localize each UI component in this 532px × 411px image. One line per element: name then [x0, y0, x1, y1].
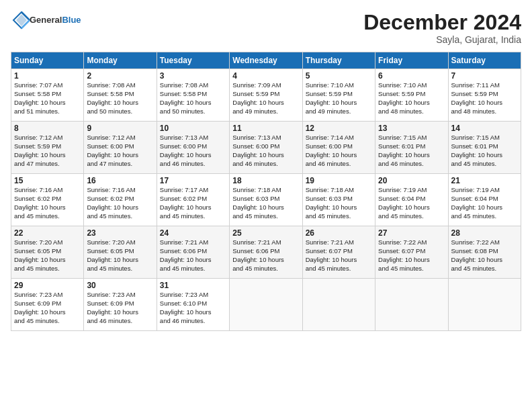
- calendar-table: SundayMondayTuesdayWednesdayThursdayFrid…: [11, 52, 521, 331]
- calendar-cell: 15Sunrise: 7:16 AMSunset: 6:02 PMDayligh…: [11, 174, 84, 226]
- cell-text: Daylight: 10 hours: [306, 151, 372, 160]
- cell-text: Sunset: 6:05 PM: [14, 247, 81, 256]
- cell-text: Daylight: 10 hours: [14, 256, 81, 265]
- column-header-thursday: Thursday: [302, 52, 375, 69]
- calendar-cell: [302, 279, 375, 331]
- calendar-cell: 16Sunrise: 7:16 AMSunset: 6:02 PMDayligh…: [84, 174, 157, 226]
- cell-text: Sunrise: 7:10 AM: [306, 81, 372, 90]
- cell-text: and 45 minutes.: [451, 265, 518, 273]
- cell-text: Sunrise: 7:22 AM: [378, 238, 445, 247]
- calendar-header-row: SundayMondayTuesdayWednesdayThursdayFrid…: [11, 52, 521, 69]
- calendar-cell: 19Sunrise: 7:18 AMSunset: 6:03 PMDayligh…: [302, 174, 375, 226]
- day-number: 25: [232, 228, 299, 238]
- calendar-cell: 9Sunrise: 7:12 AMSunset: 6:00 PMDaylight…: [84, 122, 157, 174]
- cell-text: and 47 minutes.: [14, 160, 81, 169]
- calendar-cell: 4Sunrise: 7:09 AMSunset: 5:59 PMDaylight…: [230, 69, 302, 122]
- cell-text: Sunset: 6:03 PM: [232, 195, 299, 203]
- cell-text: Sunset: 6:03 PM: [306, 195, 372, 203]
- cell-text: Sunset: 6:04 PM: [451, 195, 518, 203]
- calendar-cell: 31Sunrise: 7:23 AMSunset: 6:10 PMDayligh…: [157, 279, 229, 331]
- day-number: 5: [306, 71, 372, 81]
- calendar-cell: 30Sunrise: 7:23 AMSunset: 6:09 PMDayligh…: [84, 279, 157, 331]
- cell-text: Sunrise: 7:16 AM: [14, 186, 81, 195]
- calendar-cell: 17Sunrise: 7:17 AMSunset: 6:02 PMDayligh…: [157, 174, 229, 226]
- cell-text: and 45 minutes.: [378, 265, 445, 273]
- day-number: 23: [87, 228, 153, 238]
- calendar-cell: 8Sunrise: 7:12 AMSunset: 5:59 PMDaylight…: [11, 122, 84, 174]
- cell-text: Sunset: 6:00 PM: [306, 142, 372, 151]
- cell-text: Daylight: 10 hours: [87, 203, 153, 212]
- cell-text: Sunset: 5:59 PM: [306, 90, 372, 99]
- cell-text: and 45 minutes.: [14, 212, 81, 221]
- cell-text: Sunrise: 7:18 AM: [306, 186, 372, 195]
- logo-blue: Blue: [62, 15, 81, 25]
- calendar-cell: 28Sunrise: 7:22 AMSunset: 6:08 PMDayligh…: [448, 226, 521, 279]
- cell-text: Sunset: 5:59 PM: [14, 142, 81, 151]
- cell-text: Sunrise: 7:20 AM: [87, 238, 153, 247]
- cell-text: Sunrise: 7:11 AM: [451, 81, 518, 90]
- cell-text: Daylight: 10 hours: [378, 151, 445, 160]
- cell-text: Daylight: 10 hours: [451, 203, 518, 212]
- day-number: 18: [232, 176, 299, 185]
- cell-text: Sunset: 5:58 PM: [87, 90, 153, 99]
- cell-text: Daylight: 10 hours: [451, 151, 518, 160]
- calendar-cell: [230, 279, 302, 331]
- calendar-week-row: 15Sunrise: 7:16 AMSunset: 6:02 PMDayligh…: [11, 174, 521, 226]
- calendar-cell: 2Sunrise: 7:08 AMSunset: 5:58 PMDaylight…: [84, 69, 157, 122]
- calendar-cell: 7Sunrise: 7:11 AMSunset: 5:59 PMDaylight…: [448, 69, 521, 122]
- cell-text: and 45 minutes.: [160, 265, 226, 273]
- calendar-cell: [448, 279, 521, 331]
- day-number: 3: [160, 71, 226, 81]
- cell-text: Sunrise: 7:07 AM: [14, 81, 81, 90]
- cell-text: Daylight: 10 hours: [160, 99, 226, 107]
- cell-text: Daylight: 10 hours: [232, 99, 299, 107]
- cell-text: Sunrise: 7:12 AM: [14, 134, 81, 142]
- calendar-week-row: 1Sunrise: 7:07 AMSunset: 5:58 PMDaylight…: [11, 69, 521, 122]
- cell-text: Sunrise: 7:18 AM: [232, 186, 299, 195]
- day-number: 2: [87, 71, 153, 81]
- cell-text: Daylight: 10 hours: [451, 99, 518, 107]
- day-number: 20: [378, 176, 445, 185]
- calendar-cell: 25Sunrise: 7:21 AMSunset: 6:06 PMDayligh…: [230, 226, 302, 279]
- cell-text: Sunrise: 7:14 AM: [306, 134, 372, 142]
- cell-text: Sunrise: 7:21 AM: [306, 238, 372, 247]
- cell-text: and 45 minutes.: [232, 212, 299, 221]
- day-number: 16: [87, 176, 153, 185]
- cell-text: Daylight: 10 hours: [14, 203, 81, 212]
- calendar-cell: 23Sunrise: 7:20 AMSunset: 6:05 PMDayligh…: [84, 226, 157, 279]
- day-number: 26: [306, 228, 372, 238]
- day-number: 9: [87, 124, 153, 133]
- cell-text: Sunset: 5:59 PM: [378, 90, 445, 99]
- cell-text: Daylight: 10 hours: [378, 99, 445, 107]
- cell-text: and 45 minutes.: [160, 212, 226, 221]
- cell-text: Sunset: 6:04 PM: [378, 195, 445, 203]
- cell-text: and 48 minutes.: [451, 107, 518, 116]
- cell-text: Sunset: 6:06 PM: [232, 247, 299, 256]
- cell-text: Sunrise: 7:13 AM: [232, 134, 299, 142]
- cell-text: Sunset: 6:10 PM: [160, 300, 226, 308]
- month-title: December 2024: [363, 11, 521, 34]
- calendar-cell: 3Sunrise: 7:08 AMSunset: 5:58 PMDaylight…: [157, 69, 229, 122]
- cell-text: Daylight: 10 hours: [160, 308, 226, 317]
- calendar-cell: 24Sunrise: 7:21 AMSunset: 6:06 PMDayligh…: [157, 226, 229, 279]
- cell-text: Sunrise: 7:17 AM: [160, 186, 226, 195]
- cell-text: Daylight: 10 hours: [306, 256, 372, 265]
- cell-text: and 45 minutes.: [87, 212, 153, 221]
- day-number: 1: [14, 71, 81, 81]
- day-number: 28: [451, 228, 518, 238]
- cell-text: Sunset: 5:58 PM: [160, 90, 226, 99]
- cell-text: and 45 minutes.: [451, 212, 518, 221]
- cell-text: Sunrise: 7:08 AM: [87, 81, 153, 90]
- cell-text: and 45 minutes.: [14, 317, 81, 326]
- cell-text: and 50 minutes.: [160, 107, 226, 116]
- day-number: 15: [14, 176, 81, 185]
- cell-text: Sunrise: 7:08 AM: [160, 81, 226, 90]
- cell-text: and 46 minutes.: [378, 160, 445, 169]
- cell-text: Sunset: 5:58 PM: [14, 90, 81, 99]
- column-header-saturday: Saturday: [448, 52, 521, 69]
- cell-text: Sunrise: 7:19 AM: [378, 186, 445, 195]
- calendar-cell: 20Sunrise: 7:19 AMSunset: 6:04 PMDayligh…: [375, 174, 448, 226]
- cell-text: Sunrise: 7:21 AM: [160, 238, 226, 247]
- cell-text: and 46 minutes.: [160, 317, 226, 326]
- day-number: 14: [451, 124, 518, 133]
